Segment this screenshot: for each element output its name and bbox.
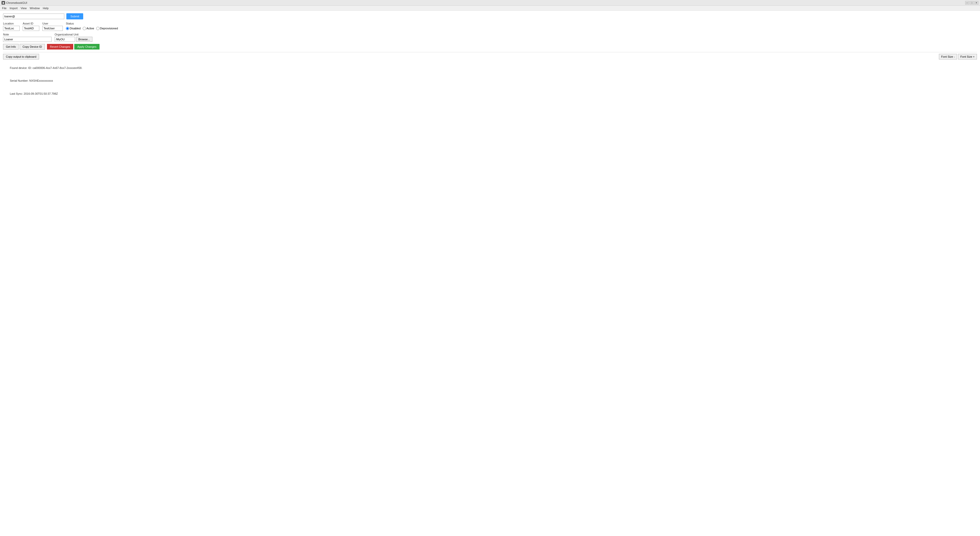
status-active-label[interactable]: Active (83, 27, 94, 30)
output-line-1: Found device: ID: ca000006-4xx7-4x67-8xx… (10, 66, 82, 69)
status-disabled-radio[interactable] (66, 27, 69, 30)
status-deprovisioned-label[interactable]: Deprovisioned (96, 27, 118, 30)
title-bar: ■ ChromebookGUI — □ ✕ (0, 0, 980, 6)
status-active-text: Active (86, 27, 94, 30)
menu-help[interactable]: Help (41, 6, 50, 10)
note-ou-row: Note Organizational Unit Browse... (3, 33, 977, 42)
restore-button[interactable]: □ (970, 1, 974, 5)
ou-row: Browse... (55, 37, 92, 42)
location-input[interactable] (3, 26, 20, 31)
menu-bar: File Import View Window Help (0, 6, 980, 11)
note-group: Note (3, 33, 52, 42)
status-deprovisioned-radio[interactable] (96, 27, 100, 30)
app-icon: ■ (2, 1, 5, 5)
status-group: Status Disabled Active Deprovisioned (66, 22, 118, 31)
font-size-minus-button[interactable]: Font Size - (939, 54, 957, 59)
status-disabled-label[interactable]: Disabled (66, 27, 81, 30)
menu-file[interactable]: File (0, 6, 8, 10)
location-group: Location (3, 22, 20, 31)
status-deprovisioned-text: Deprovisioned (100, 27, 118, 30)
assetid-input[interactable] (23, 26, 39, 31)
location-label: Location (3, 22, 20, 25)
user-group: User (42, 22, 63, 31)
assetid-group: Asset ID (23, 22, 39, 31)
status-options: Disabled Active Deprovisioned (66, 26, 118, 31)
user-input[interactable] (42, 26, 63, 31)
fields-row: Location Asset ID User Status Disabled A… (3, 22, 977, 31)
ou-input[interactable] (55, 37, 75, 42)
main-content: Submit Location Asset ID User Status Dis… (0, 11, 980, 536)
copy-clipboard-button[interactable]: Copy output to clipboard (3, 54, 39, 59)
search-row: Submit (3, 13, 977, 19)
note-label: Note (3, 33, 52, 36)
divider (3, 52, 977, 52)
action-buttons-row: Get Info Copy Device ID Revert Changes A… (3, 44, 977, 49)
search-input[interactable] (3, 14, 64, 19)
minimize-button[interactable]: — (965, 1, 969, 5)
output-line-2: Serial Number: NXSHExxxxxxxxxx (10, 79, 53, 82)
output-area: Found device: ID: ca000006-4xx7-4x67-8xx… (3, 61, 977, 101)
clipboard-row: Copy output to clipboard Font Size - Fon… (3, 54, 977, 59)
status-active-radio[interactable] (83, 27, 86, 30)
title-bar-controls: — □ ✕ (965, 1, 978, 5)
user-label: User (42, 22, 63, 25)
note-input[interactable] (3, 37, 52, 42)
close-button[interactable]: ✕ (974, 1, 978, 5)
menu-window[interactable]: Window (28, 6, 41, 10)
apply-changes-button[interactable]: Apply Changes (74, 44, 100, 49)
browse-button[interactable]: Browse... (76, 37, 92, 42)
status-label: Status (66, 22, 118, 25)
status-disabled-text: Disabled (70, 27, 81, 30)
output-line-3: Last Sync: 2016-09-30T01:50:37.798Z (10, 92, 58, 95)
assetid-label: Asset ID (23, 22, 39, 25)
menu-import[interactable]: Import (8, 6, 19, 10)
ou-group: Organizational Unit Browse... (55, 33, 92, 42)
ou-label: Organizational Unit (55, 33, 92, 36)
get-info-button[interactable]: Get Info (3, 44, 19, 49)
title-bar-title: ChromebookGUI (6, 1, 965, 4)
submit-button[interactable]: Submit (66, 13, 83, 19)
font-size-plus-button[interactable]: Font Size + (958, 54, 977, 59)
copy-device-id-button[interactable]: Copy Device ID (20, 44, 45, 49)
menu-view[interactable]: View (19, 6, 28, 10)
revert-changes-button[interactable]: Revert Changes (47, 44, 73, 49)
font-controls: Font Size - Font Size + (939, 54, 977, 59)
